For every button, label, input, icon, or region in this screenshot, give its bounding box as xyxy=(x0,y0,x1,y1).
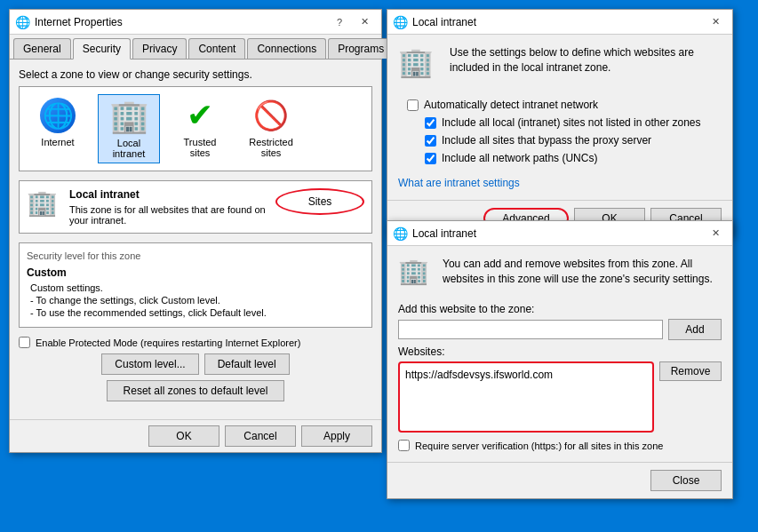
internet-properties-titlebar: 🌐 Internet Properties ? ✕ xyxy=(10,10,381,35)
include-unc-checkbox[interactable] xyxy=(425,153,436,164)
checkbox-include-unc: Include all network paths (UNCs) xyxy=(425,152,722,164)
window-controls: ? ✕ xyxy=(328,13,376,31)
zone-internet-label: Internet xyxy=(41,137,74,147)
tab-bar: General Security Privacy Content Connect… xyxy=(10,35,381,60)
level-buttons-row: Custom level... Default level xyxy=(19,353,372,375)
close-button[interactable]: ✕ xyxy=(353,13,376,31)
local-intranet-1-header: 🏢 Use the settings below to define which… xyxy=(398,45,722,88)
add-website-input[interactable] xyxy=(398,320,663,339)
intranet-settings-link[interactable]: What are intranet settings xyxy=(398,177,520,189)
protected-mode-checkbox[interactable] xyxy=(19,337,30,348)
websites-list[interactable]: https://adfsdevsys.ifsworld.com xyxy=(398,361,654,433)
internet-properties-icon: 🌐 xyxy=(15,15,29,29)
ip-ok-button[interactable]: OK xyxy=(148,425,219,447)
zone-restricted[interactable]: 🚫 Restricted sites xyxy=(240,94,302,163)
internet-properties-window: 🌐 Internet Properties ? ✕ General Securi… xyxy=(9,9,382,453)
websites-list-wrapper: https://adfsdevsys.ifsworld.com Remove xyxy=(398,361,722,433)
require-verification-row: Require server verification (https:) for… xyxy=(398,440,722,451)
tab-general[interactable]: General xyxy=(13,38,71,59)
protected-mode-row: Enable Protected Mode (requires restarti… xyxy=(19,337,372,348)
close-button-li2[interactable]: Close xyxy=(650,470,722,491)
security-level-box: Security level for this zone Custom Cust… xyxy=(19,242,372,328)
require-verification-label: Require server verification (https:) for… xyxy=(415,441,663,451)
local-intranet-1-icon: 🌐 xyxy=(393,15,407,29)
local-intranet-2-icon: 🌐 xyxy=(393,226,407,241)
tab-content[interactable]: Content xyxy=(188,38,245,59)
local-intranet-2-window: 🌐 Local intranet ✕ 🏢 You can add and rem… xyxy=(387,220,733,499)
ip-cancel-button[interactable]: Cancel xyxy=(225,425,296,447)
zone-local-intranet[interactable]: 🏢 Local intranet xyxy=(98,94,160,163)
zone-info-icon: 🏢 xyxy=(27,188,62,224)
custom-level-button[interactable]: Custom level... xyxy=(101,353,198,375)
websites-list-buttons: Remove xyxy=(659,361,722,433)
remove-button[interactable]: Remove xyxy=(659,361,722,381)
local-intranet-2-titlebar: 🌐 Local intranet ✕ xyxy=(387,221,732,246)
tab-privacy[interactable]: Privacy xyxy=(132,38,187,59)
zone-info-description: This zone is for all websites that are f… xyxy=(69,204,275,226)
auto-detect-checkbox[interactable] xyxy=(407,99,419,111)
checkbox-include-bypass: Include all sites that bypass the proxy … xyxy=(425,134,722,147)
local-intranet-1-close[interactable]: ✕ xyxy=(704,13,727,31)
protected-mode-label: Enable Protected Mode (requires restarti… xyxy=(36,337,300,348)
checkbox-auto-detect: Automatically detect intranet network xyxy=(407,99,722,111)
zone-local-intranet-label: Local intranet xyxy=(102,138,156,159)
internet-properties-bottom-buttons: OK Cancel Apply xyxy=(10,419,381,452)
sites-button[interactable]: Sites xyxy=(284,194,355,210)
sites-button-wrapper: Sites xyxy=(275,188,364,215)
local-intranet-2-header: 🏢 You can add and remove websites from t… xyxy=(398,257,722,292)
zone-info-panel: 🏢 Local intranet This zone is for all we… xyxy=(19,180,372,234)
local-intranet-1-window: 🌐 Local intranet ✕ 🏢 Use the settings be… xyxy=(387,9,733,237)
ip-apply-button[interactable]: Apply xyxy=(301,425,372,447)
internet-zone-icon: 🌐 xyxy=(40,98,76,133)
zone-trusted-label: Trusted sites xyxy=(172,137,227,158)
local-intranet-1-controls: ✕ xyxy=(704,13,727,31)
reset-button[interactable]: Reset all zones to default level xyxy=(107,380,284,401)
security-desc-line-0: Custom settings. xyxy=(30,282,364,293)
tab-programs[interactable]: Programs xyxy=(328,38,394,59)
include-bypass-label: Include all sites that bypass the proxy … xyxy=(442,134,651,147)
local-intranet-1-header-text: Use the settings below to define which w… xyxy=(450,45,722,75)
require-verification-checkbox[interactable] xyxy=(398,440,410,451)
checkbox-include-local: Include all local (intranet) sites not l… xyxy=(425,116,722,129)
zone-trusted[interactable]: ✔ Trusted sites xyxy=(169,94,231,163)
tab-security[interactable]: Security xyxy=(73,38,131,60)
help-button[interactable]: ? xyxy=(328,13,351,31)
default-level-button[interactable]: Default level xyxy=(204,353,290,375)
local-intranet-2-content: 🏢 You can add and remove websites from t… xyxy=(387,246,732,462)
security-desc-line-2: - To use the recommended settings, click… xyxy=(30,307,364,318)
security-desc-line-1: - To change the settings, click Custom l… xyxy=(30,295,364,306)
zone-restricted-label: Restricted sites xyxy=(243,137,299,158)
local-intranet-2-header-icon: 🏢 xyxy=(398,257,434,292)
restricted-zone-icon: 🚫 xyxy=(253,98,289,133)
local-intranet-2-title: Local intranet xyxy=(412,227,704,240)
local-intranet-1-titlebar: 🌐 Local intranet ✕ xyxy=(387,10,732,35)
zone-select-label: Select a zone to view or change security… xyxy=(19,68,372,81)
zone-internet[interactable]: 🌐 Internet xyxy=(27,94,89,163)
include-bypass-checkbox[interactable] xyxy=(425,135,436,147)
tab-connections[interactable]: Connections xyxy=(247,38,326,59)
local-intranet-1-title: Local intranet xyxy=(412,16,704,28)
security-level-custom: Custom xyxy=(27,266,364,279)
local-intranet-1-header-icon: 🏢 xyxy=(398,45,441,88)
local-intranet-zone-icon: 🏢 xyxy=(111,99,147,134)
websites-label: Websites: xyxy=(398,345,722,358)
add-website-label: Add this website to the zone: xyxy=(398,303,722,315)
intranet-checkboxes: Automatically detect intranet network In… xyxy=(407,99,722,164)
security-level-title: Security level for this zone xyxy=(27,250,364,261)
local-intranet-2-bottom: Close xyxy=(387,462,732,498)
security-tab-content: Select a zone to view or change security… xyxy=(10,60,381,419)
include-local-checkbox[interactable] xyxy=(425,117,436,129)
zone-icons-box: 🌐 Internet 🏢 Local intranet ✔ Trusted si… xyxy=(19,86,372,171)
include-unc-label: Include all network paths (UNCs) xyxy=(442,152,597,164)
trusted-zone-icon: ✔ xyxy=(182,98,218,133)
include-local-label: Include all local (intranet) sites not l… xyxy=(442,116,701,129)
add-button[interactable]: Add xyxy=(668,319,722,340)
local-intranet-2-close[interactable]: ✕ xyxy=(704,225,727,242)
local-intranet-2-header-text: You can add and remove websites from thi… xyxy=(443,257,722,287)
reset-row: Reset all zones to default level xyxy=(19,380,372,401)
zone-info-title: Local intranet xyxy=(69,188,275,201)
local-intranet-1-content: 🏢 Use the settings below to define which… xyxy=(387,35,732,200)
local-intranet-2-controls: ✕ xyxy=(704,225,727,242)
website-item[interactable]: https://adfsdevsys.ifsworld.com xyxy=(403,367,649,383)
add-website-row: Add xyxy=(398,319,722,340)
